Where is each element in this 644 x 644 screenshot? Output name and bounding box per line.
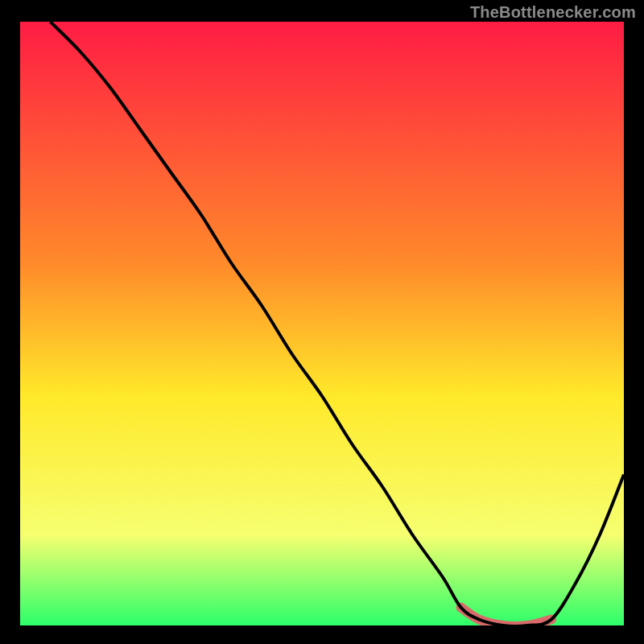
gradient-background <box>20 22 624 625</box>
plot-area <box>20 22 624 625</box>
watermark-text: TheBottlenecker.com <box>470 3 636 22</box>
chart-container: TheBottlenecker.com <box>0 0 644 644</box>
chart-svg <box>20 22 624 625</box>
